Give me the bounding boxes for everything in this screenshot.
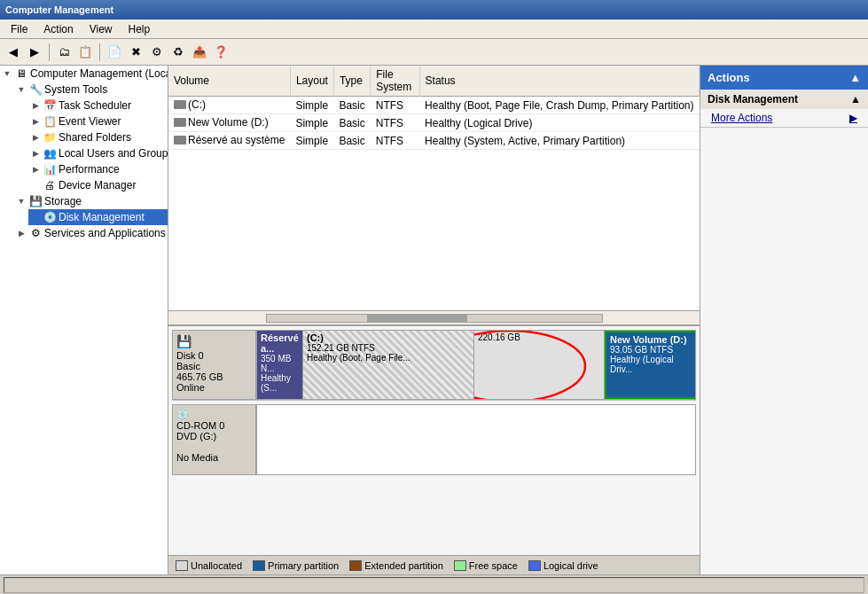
col-layout[interactable]: Layout [290,66,333,97]
task-expand: ▶ [28,98,43,113]
legend-freespace-color [454,560,466,571]
toolbar: ◀ ▶ 🗂 📋 📄 ✖ ⚙ ♻ 📤 ❓ [0,39,868,66]
partition-reserved-size: 350 MB N... [261,354,299,373]
shared-label: Shared Folders [59,131,131,144]
partition-c-size: 152.21 GB NTFS [307,343,470,353]
actions-collapse-icon[interactable]: ▲ [849,71,861,84]
sidebar-task-scheduler[interactable]: ▶ 📅 Task Scheduler [28,98,168,113]
sidebar-services[interactable]: ▶ ⚙ Services and Applications [14,225,168,241]
sidebar: ▼ 🖥 Computer Management (Local ▼ 🔧 Syste… [0,66,168,574]
col-filesystem[interactable]: File System [371,66,419,97]
legend-primary-color [253,560,265,571]
disk-mgmt-label: Disk Management [59,211,145,223]
sidebar-performance[interactable]: ▶ 📊 Performance [28,161,168,177]
vol-c-fs: NTFS [371,97,419,114]
show-hide-button[interactable]: 🗂 [54,43,74,62]
storage-icon: 💾 [28,194,43,208]
legend-unallocated-color [176,560,188,571]
col-status[interactable]: Status [419,66,699,97]
action-more-arrow: ▶ [849,112,857,124]
nav-back-button[interactable]: ◀ [4,43,23,62]
system-tools-icon: 🔧 [28,82,43,97]
legend-primary: Primary partition [253,560,339,571]
legend-freespace: Free space [454,560,518,571]
perf-label: Performance [59,163,120,176]
refresh-button[interactable]: ♻ [168,43,188,62]
sidebar-event-viewer[interactable]: ▶ 📋 Event Viewer [28,113,168,129]
vol-d-type: Basic [333,114,370,132]
services-icon: ⚙ [28,226,43,240]
vol-c-name: (C:) [168,97,290,114]
legend-primary-label: Primary partition [268,560,339,571]
sidebar-device-manager[interactable]: 🖨 Device Manager [28,177,168,193]
disk-mgmt-expand [28,210,43,224]
storage-expand: ▼ [14,194,28,208]
device-label: Device Manager [59,179,136,191]
vol-d-fs: NTFS [371,114,419,132]
horizontal-scrollbar[interactable] [168,310,700,324]
partition-reserved[interactable]: Réservé a... 350 MB N... Healthy (S... [257,331,303,399]
cdrom-type: DVD (G:) [176,431,252,442]
action-more-actions[interactable]: More Actions ▶ [700,109,868,127]
legend-extended-label: Extended partition [364,560,443,571]
sidebar-shared-folders[interactable]: ▶ 📁 Shared Folders [28,129,168,145]
volume-table-area[interactable]: Volume Layout Type File System Status (C… [168,66,700,310]
sidebar-root-label: Computer Management (Local [30,67,168,80]
menu-bar: File Action View Help [0,20,868,39]
sidebar-storage[interactable]: ▼ 💾 Storage [14,193,168,209]
shared-expand: ▶ [28,130,43,145]
props-button[interactable]: ⚙ [147,43,167,62]
partition-c[interactable]: (C:) 152.21 GB NTFS Healthy (Boot, Page … [303,331,474,399]
perf-expand: ▶ [28,162,43,176]
root-expand-icon: ▼ [0,66,14,81]
button-2[interactable]: 📋 [75,43,95,62]
title-text: Computer Management [5,4,113,15]
disk0-status: Online [176,382,252,393]
action-section-disk-title[interactable]: Disk Management ▲ [700,90,868,109]
action-disk-mgmt-label: Disk Management [708,93,798,106]
perf-icon: 📊 [43,162,57,176]
export-button[interactable]: 📤 [190,43,209,62]
table-row[interactable]: New Volume (D:) Simple Basic NTFS Health… [168,114,700,132]
partition-reserved-name: Réservé a... [261,332,299,354]
new-button[interactable]: 📄 [105,43,124,62]
status-bar [0,574,868,594]
sidebar-system-tools[interactable]: ▼ 🔧 System Tools [14,82,168,98]
cdrom-icon: 💿 [176,409,252,420]
sidebar-local-users[interactable]: ▶ 👥 Local Users and Groups [28,145,168,161]
nav-forward-button[interactable]: ▶ [25,43,44,62]
shared-icon: 📁 [43,130,57,145]
computer-icon: 🖥 [14,66,28,81]
help-button[interactable]: ❓ [211,43,231,62]
toolbar-separator-2 [99,43,100,61]
legend-logical: Logical drive [528,560,598,571]
sidebar-root[interactable]: ▼ 🖥 Computer Management (Local [0,66,168,82]
vol-sys-type: Basic [333,132,370,150]
action-disk-collapse-icon: ▲ [850,93,861,106]
disk-area: 💾 Disk 0 Basic 465.76 GB Online Réservé … [168,324,700,555]
toolbar-separator-1 [49,43,50,61]
cdrom-row: 💿 CD-ROM 0 DVD (G:) No Media [172,404,696,475]
menu-action[interactable]: Action [36,21,80,37]
sidebar-disk-management[interactable]: 💿 Disk Management [28,209,168,225]
partition-d-health: Healthy (Logical Driv... [610,355,692,374]
legend-unallocated-label: Unallocated [191,560,242,571]
partition-d[interactable]: New Volume (D:) 93.05 GB NTFS Healthy (L… [605,331,695,399]
menu-view[interactable]: View [82,21,120,37]
legend-logical-color [528,560,541,571]
device-icon: 🖨 [43,178,57,192]
sidebar-system-tools-label: System Tools [44,83,107,96]
col-type[interactable]: Type [333,66,370,97]
actions-title: Actions [708,71,750,84]
vol-sys-layout: Simple [290,132,333,150]
table-row[interactable]: (C:) Simple Basic NTFS Healthy (Boot, Pa… [168,97,700,114]
menu-file[interactable]: File [4,21,35,37]
menu-help[interactable]: Help [121,21,158,37]
col-volume[interactable]: Volume [168,66,290,97]
vol-c-type: Basic [333,97,370,114]
task-icon: 📅 [43,98,57,113]
table-row[interactable]: Réservé au système Simple Basic NTFS Hea… [168,132,700,150]
partition-unallocated[interactable]: 220.16 GB [474,331,605,399]
actions-header: Actions ▲ [700,66,868,90]
delete-button[interactable]: ✖ [126,43,145,62]
